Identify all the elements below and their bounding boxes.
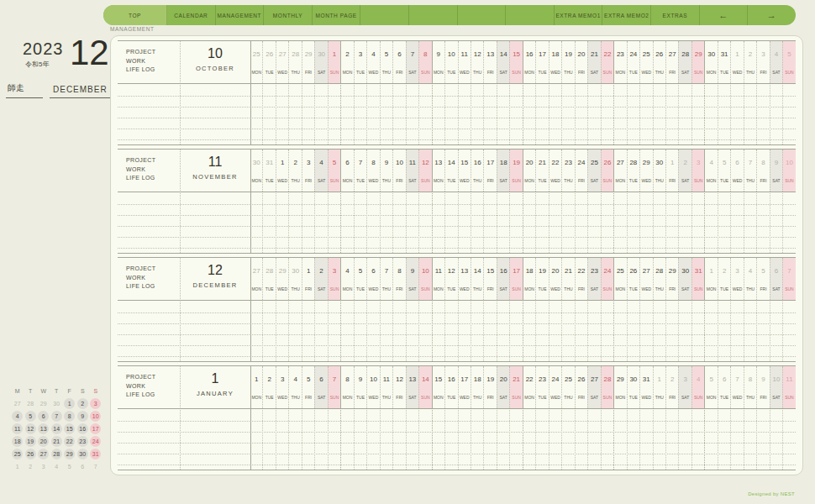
mini-cal-day[interactable]: 16 <box>76 423 90 435</box>
day-cell[interactable]: 3WED <box>276 366 288 408</box>
day-cell[interactable]: 30SAT <box>678 258 691 300</box>
day-cell[interactable]: 12SUN <box>418 150 431 192</box>
month-link[interactable]: 10OCTOBER <box>180 41 250 83</box>
day-cell[interactable]: 24FRI <box>575 150 587 192</box>
day-cell[interactable]: 1THU <box>653 366 665 408</box>
day-cell[interactable]: 29MON <box>613 366 626 408</box>
day-cell[interactable]: 14SAT <box>497 41 509 83</box>
day-cell[interactable]: 20WED <box>549 258 561 300</box>
tab-calendar[interactable]: CALENDAR <box>167 5 216 25</box>
day-cell[interactable]: 24TUE <box>627 41 639 83</box>
day-cell[interactable]: 6TUE <box>718 366 730 408</box>
day-cell[interactable]: 9TUE <box>354 366 366 408</box>
mini-cal-day[interactable]: 28 <box>50 448 64 460</box>
day-cell[interactable]: 30MON <box>704 41 717 83</box>
day-cell[interactable]: 19SUN <box>509 150 522 192</box>
day-cell[interactable]: 5TUE <box>354 258 366 300</box>
day-cell[interactable]: 3SAT <box>678 366 691 408</box>
day-cell[interactable]: 8MON <box>340 366 353 408</box>
day-cell[interactable]: 26FRI <box>575 366 587 408</box>
day-cell[interactable]: 11SAT <box>406 150 418 192</box>
day-cell[interactable]: 10SAT <box>770 366 782 408</box>
day-cell[interactable]: 7SAT <box>406 41 418 83</box>
day-cell[interactable]: 8THU <box>744 366 756 408</box>
tab-extra-memo2[interactable]: EXTRA MEMO2 <box>602 5 651 25</box>
mini-cal-day[interactable]: 13 <box>37 423 50 435</box>
day-cell[interactable]: 3WED <box>730 258 743 300</box>
day-cell[interactable]: 26TUE <box>262 41 275 83</box>
day-cell[interactable]: 13MON <box>432 150 444 192</box>
day-cell[interactable]: 29SUN <box>691 41 704 83</box>
day-cell[interactable]: 4SAT <box>314 150 327 192</box>
day-cell[interactable]: 4SUN <box>691 366 704 408</box>
day-cell[interactable]: 20MON <box>523 150 535 192</box>
day-cell[interactable]: 20SAT <box>497 366 509 408</box>
mini-cal-day[interactable]: 27 <box>37 448 50 460</box>
mini-cal-day[interactable]: 19 <box>24 435 38 448</box>
day-cell[interactable]: 4THU <box>744 258 756 300</box>
day-cell[interactable]: 5MON <box>704 366 717 408</box>
day-cell[interactable]: 17WED <box>458 366 471 408</box>
day-cell[interactable]: 3FRI <box>756 41 769 83</box>
month-link[interactable]: 1JANUARY <box>180 366 250 408</box>
day-cell[interactable]: 3SUN <box>328 258 340 300</box>
mini-cal-day[interactable]: 23 <box>76 435 90 448</box>
day-cell[interactable]: 12THU <box>471 41 483 83</box>
mini-cal-day[interactable]: 8 <box>63 410 76 423</box>
day-cell[interactable]: 4MON <box>340 258 353 300</box>
day-cell[interactable]: 28SAT <box>678 41 691 83</box>
day-cell[interactable]: 29FRI <box>302 41 314 83</box>
mini-cal-day[interactable]: 7 <box>50 410 64 423</box>
day-cell[interactable]: 15WED <box>458 150 471 192</box>
day-cell[interactable]: 16MON <box>523 41 535 83</box>
mini-cal-day[interactable]: 11 <box>11 423 24 435</box>
day-cell[interactable]: 2THU <box>288 150 301 192</box>
day-cell[interactable]: 23TUE <box>535 366 548 408</box>
day-cell[interactable]: 2SAT <box>678 150 691 192</box>
day-cell[interactable]: 25SAT <box>587 150 600 192</box>
day-cell[interactable]: 30MON <box>250 150 262 192</box>
day-cell[interactable]: 18WED <box>549 41 561 83</box>
day-cell[interactable]: 22MON <box>523 366 535 408</box>
day-cell[interactable]: 19THU <box>561 41 574 83</box>
day-cell[interactable]: 17TUE <box>535 41 548 83</box>
month-link[interactable]: 12DECEMBER <box>180 258 250 300</box>
mini-cal-day[interactable]: 2 <box>76 397 90 410</box>
mini-cal-day[interactable]: 3 <box>89 397 103 410</box>
day-cell[interactable]: 1SUN <box>328 41 340 83</box>
day-cell[interactable]: 25THU <box>561 366 574 408</box>
day-cell[interactable]: 11SUN <box>782 366 795 408</box>
day-cell[interactable]: 16TUE <box>444 366 457 408</box>
day-cell[interactable]: 7SUN <box>782 258 795 300</box>
day-cell[interactable]: 2TUE <box>262 366 275 408</box>
mini-cal-day[interactable]: 18 <box>11 435 24 448</box>
mini-cal-day[interactable]: 6 <box>37 410 50 423</box>
day-cell[interactable]: 2MON <box>340 41 353 83</box>
day-cell[interactable]: 22WED <box>549 150 561 192</box>
day-cell[interactable]: 30THU <box>653 150 665 192</box>
day-cell[interactable]: 4SAT <box>770 41 782 83</box>
day-cell[interactable]: 25MON <box>613 258 626 300</box>
month-link[interactable]: 11NOVEMBER <box>180 150 250 192</box>
day-cell[interactable]: 25WED <box>639 41 652 83</box>
day-cell[interactable]: 29WED <box>276 258 288 300</box>
day-cell[interactable]: 24SUN <box>601 258 613 300</box>
day-cell[interactable]: 14TUE <box>444 150 457 192</box>
mini-cal-day[interactable]: 25 <box>11 448 24 460</box>
tab-monthly[interactable]: MONTHLY <box>264 5 313 25</box>
day-cell[interactable]: 6WED <box>730 150 743 192</box>
day-cell[interactable]: 6FRI <box>392 41 405 83</box>
mini-cal-day[interactable]: 30 <box>76 448 90 460</box>
day-cell[interactable]: 27WED <box>276 41 288 83</box>
day-cell[interactable]: 10SUN <box>418 258 431 300</box>
day-cell[interactable]: 6SAT <box>314 366 327 408</box>
day-cell[interactable]: 28SUN <box>601 366 613 408</box>
day-cell[interactable]: 2FRI <box>665 366 678 408</box>
day-cell[interactable]: 29WED <box>639 150 652 192</box>
day-cell[interactable]: 1MON <box>250 366 262 408</box>
mini-cal-day[interactable]: 17 <box>89 423 103 435</box>
day-cell[interactable]: 17FRI <box>483 150 496 192</box>
day-cell[interactable]: 13FRI <box>483 41 496 83</box>
day-cell[interactable]: 19TUE <box>535 258 548 300</box>
day-cell[interactable]: 10WED <box>366 366 379 408</box>
